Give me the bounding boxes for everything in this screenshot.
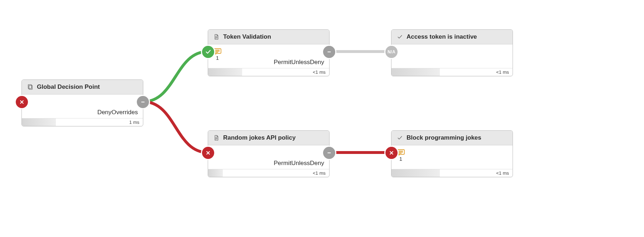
timing-label: <1 ms [313, 170, 326, 176]
node-header: Global Decision Point [22, 80, 143, 95]
svg-rect-2 [141, 102, 144, 102]
permit-badge [202, 46, 214, 58]
node-title: Random jokes API policy [223, 134, 295, 141]
check-icon [397, 135, 403, 141]
comment-count: 1 [399, 156, 402, 161]
node-body: DenyOverrides [22, 95, 143, 118]
policy-decision-diagram: Global Decision Point DenyOverrides 1 ms… [0, 0, 644, 237]
node-body [391, 44, 513, 68]
node-body: PermitUnlessDeny [208, 145, 329, 169]
node-header: Access token is inactive [391, 30, 513, 44]
timing-bar [391, 169, 440, 177]
timing-label: <1 ms [313, 69, 326, 75]
node-body: 1 PermitUnlessDeny [208, 44, 329, 68]
node-access-token-inactive[interactable]: Access token is inactive <1 ms N/A [391, 29, 513, 76]
node-global-decision-point[interactable]: Global Decision Point DenyOverrides 1 ms [21, 79, 143, 126]
timing-bar [391, 68, 440, 76]
svg-rect-4 [327, 52, 331, 52]
node-token-validation[interactable]: Token Validation 1 PermitUnlessDeny <1 m… [208, 29, 330, 76]
deny-badge [202, 147, 214, 159]
node-timing: <1 ms [391, 68, 513, 76]
neutral-badge [323, 147, 335, 159]
document-icon [213, 135, 220, 141]
neutral-badge [323, 46, 335, 58]
timing-bar [22, 118, 56, 126]
node-random-jokes-api-policy[interactable]: Random jokes API policy PermitUnlessDeny… [208, 130, 330, 177]
combining-algorithm: PermitUnlessDeny [274, 59, 324, 66]
timing-bar [208, 169, 223, 177]
timing-label: <1 ms [496, 69, 509, 75]
node-block-programming-jokes[interactable]: Block programming jokes 1 <1 ms [391, 130, 513, 177]
timing-label: 1 ms [129, 120, 139, 125]
comment-count: 1 [216, 55, 219, 61]
node-header: Random jokes API policy [208, 131, 329, 145]
comment-indicator[interactable]: 1 [213, 48, 222, 61]
node-title: Block programming jokes [407, 134, 481, 141]
node-timing: <1 ms [391, 169, 513, 177]
combining-algorithm: PermitUnlessDeny [274, 160, 324, 167]
node-title: Global Decision Point [37, 83, 100, 91]
connector-permit [143, 52, 208, 102]
timing-bar [208, 68, 242, 76]
node-timing: <1 ms [208, 68, 329, 76]
node-title: Access token is inactive [407, 33, 477, 40]
timing-label: <1 ms [496, 170, 509, 176]
combining-algorithm: DenyOverrides [97, 109, 138, 116]
connector-deny [143, 102, 208, 153]
neutral-badge [137, 96, 149, 108]
node-header: Block programming jokes [391, 131, 513, 145]
svg-rect-5 [327, 153, 331, 153]
node-body: 1 [391, 145, 513, 169]
check-icon [397, 34, 403, 40]
policies-icon [27, 84, 33, 90]
node-title: Token Validation [223, 33, 271, 40]
node-timing: 1 ms [22, 118, 143, 126]
document-icon [213, 34, 220, 40]
not-applicable-badge: N/A [385, 46, 398, 58]
deny-badge [16, 96, 28, 108]
comment-indicator[interactable]: 1 [397, 149, 405, 161]
node-header: Token Validation [208, 30, 329, 44]
deny-badge [385, 147, 398, 159]
node-timing: <1 ms [208, 169, 329, 177]
